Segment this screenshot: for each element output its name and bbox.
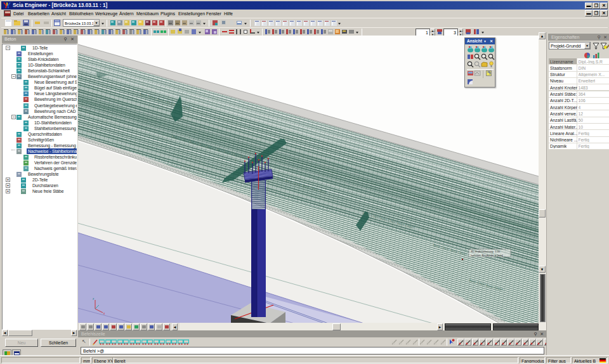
svg-text:Isolinien: Rissbreite w [mm]: Isolinien: Rissbreite w [mm] — [471, 254, 503, 257]
svg-text:3D-Stabauslastung: 1.00: 3D-Stabauslastung: 1.00 — [471, 250, 501, 253]
